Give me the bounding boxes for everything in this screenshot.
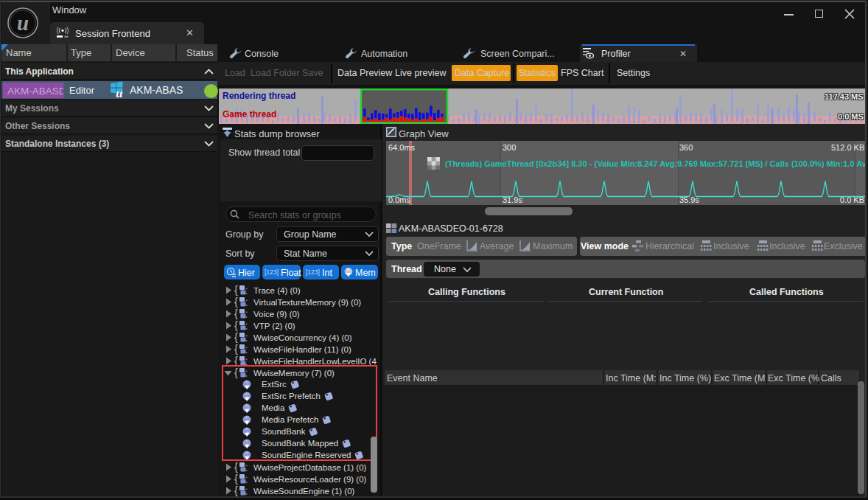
- svg-text:u: u: [17, 11, 29, 35]
- svg-text:u: u: [116, 86, 122, 99]
